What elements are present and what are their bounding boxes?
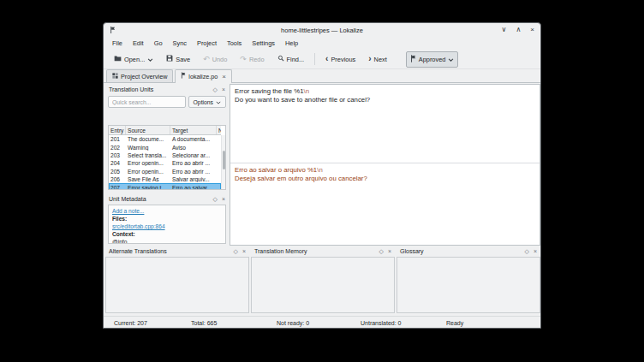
float-panel-icon[interactable]: ◇ xyxy=(213,86,218,92)
statusbar: Current: 207 Total: 665 Not ready: 0 Unt… xyxy=(104,316,540,329)
table-header: Entry ∧ Source Target N xyxy=(109,126,221,135)
chevron-right-icon: › xyxy=(368,56,371,62)
status-ready-badge: Ready xyxy=(446,320,463,326)
context-label: Context: xyxy=(112,231,135,237)
files-label: Files: xyxy=(112,216,127,222)
table-row[interactable]: 206 Save File As Salvar arquiv... xyxy=(109,175,221,183)
quick-search-input[interactable] xyxy=(108,96,186,108)
translation-memory-panel: Translation Memory ◇ × xyxy=(251,246,395,315)
add-note-link[interactable]: Add a note... xyxy=(112,208,144,214)
table-row-selected[interactable]: 207 Error saving t... Erro ao salvar... xyxy=(109,183,221,190)
float-panel-icon[interactable]: ◇ xyxy=(525,248,529,254)
source-line1: Error saving the file %1 xyxy=(235,87,304,95)
unit-metadata-header: Unit Metadata ◇ × xyxy=(105,193,229,205)
alternate-translations-body xyxy=(105,257,249,313)
toolbar-separator xyxy=(314,53,315,65)
lokalize-window: home-littlestripes — Lokalize ∨ ∧ × File… xyxy=(103,22,541,329)
table-row[interactable]: 203 Select transla... Selecionar ar... xyxy=(109,151,221,159)
tab-close-icon[interactable]: × xyxy=(222,74,226,80)
translation-units-panel: Translation Units ◇ × Options xyxy=(105,84,229,192)
chevron-down-icon xyxy=(147,56,153,63)
status-total: Total: 665 xyxy=(191,320,217,326)
options-button[interactable]: Options xyxy=(188,96,226,108)
close-panel-icon[interactable]: × xyxy=(242,248,246,254)
chevron-left-icon: ‹ xyxy=(325,56,328,62)
titlebar[interactable]: home-littlestripes — Lokalize ∨ ∧ × xyxy=(104,23,540,37)
status-untranslated: Untranslated: 0 xyxy=(361,320,401,326)
find-button[interactable]: Find... xyxy=(273,51,309,67)
status-not-ready: Not ready: 0 xyxy=(277,320,309,326)
bottom-dock-row: Alternate Translations ◇ × Translation M… xyxy=(105,246,540,315)
glossary-panel: Glossary ◇ × xyxy=(397,246,540,315)
translation-units-table: Entry ∧ Source Target N 201 The docume..… xyxy=(108,125,226,190)
target-text-editor[interactable]: Erro ao salvar o arquivo %1\n Deseja sal… xyxy=(230,163,540,186)
float-panel-icon[interactable]: ◇ xyxy=(234,248,238,254)
close-button[interactable]: × xyxy=(530,27,534,33)
table-row[interactable]: 201 The docume... A documenta... xyxy=(109,135,221,143)
menu-sync[interactable]: Sync xyxy=(168,38,192,49)
close-panel-icon[interactable]: × xyxy=(222,196,225,202)
maximize-button[interactable]: ∧ xyxy=(516,27,521,33)
newline-marker: \n xyxy=(317,166,323,174)
menu-project[interactable]: Project xyxy=(192,38,222,49)
target-line1: Erro ao salvar o arquivo %1 xyxy=(235,166,317,174)
previous-button[interactable]: ‹ Previous xyxy=(321,52,360,67)
table-row[interactable]: 202 Warning Aviso xyxy=(109,143,221,151)
close-panel-icon[interactable]: × xyxy=(222,86,225,92)
translation-memory-body xyxy=(251,257,395,313)
column-header-target[interactable]: Target xyxy=(170,126,217,134)
float-panel-icon[interactable]: ◇ xyxy=(213,196,218,202)
source-line2: Do you want to save to another file or c… xyxy=(235,96,370,104)
menubar: File Edit Go Sync Project Tools Settings… xyxy=(104,37,540,50)
main-content: Translation Units ◇ × Options xyxy=(104,84,541,246)
folder-open-icon xyxy=(114,55,122,63)
tab-project-overview[interactable]: Project Overview xyxy=(106,69,173,82)
redo-button[interactable]: ↷ Redo xyxy=(236,52,268,67)
next-button[interactable]: › Next xyxy=(364,52,391,67)
menu-settings[interactable]: Settings xyxy=(247,38,280,49)
menu-file[interactable]: File xyxy=(107,38,128,49)
save-button[interactable]: Save xyxy=(162,51,194,67)
translation-units-header: Translation Units ◇ × xyxy=(105,84,229,95)
unit-metadata-panel: Unit Metadata ◇ × Add a note... Files: s… xyxy=(105,193,229,246)
approved-button[interactable]: Approved xyxy=(406,51,459,68)
column-header-notes[interactable]: N xyxy=(217,126,221,134)
open-button[interactable]: Open... xyxy=(110,51,158,67)
minimize-button[interactable]: ∨ xyxy=(502,27,507,33)
menu-tools[interactable]: Tools xyxy=(222,38,247,49)
close-panel-icon[interactable]: × xyxy=(388,248,391,254)
alternate-translations-panel: Alternate Translations ◇ × xyxy=(105,246,249,315)
status-current: Current: 207 xyxy=(114,320,147,326)
tabbar: Project Overview lokalize.po × xyxy=(104,69,540,83)
target-line2: Deseja salvar em outro arquivo ou cancel… xyxy=(235,175,367,182)
close-panel-icon[interactable]: × xyxy=(534,248,537,254)
undo-button[interactable]: ↶ Undo xyxy=(199,52,231,67)
left-dock-column: Translation Units ◇ × Options xyxy=(105,84,229,246)
save-icon xyxy=(166,55,173,63)
table-row[interactable]: 205 Error openin... Erro ao abrir ... xyxy=(109,168,221,175)
table-row[interactable]: 204 Error openin... Erro ao abrir ... xyxy=(109,159,221,167)
window-title: home-littlestripes — Lokalize xyxy=(104,27,540,34)
column-header-entry[interactable]: Entry ∧ xyxy=(109,126,126,134)
float-panel-icon[interactable]: ◇ xyxy=(379,248,384,254)
scrollbar-thumb[interactable] xyxy=(223,151,225,169)
menu-help[interactable]: Help xyxy=(280,38,303,49)
menu-edit[interactable]: Edit xyxy=(128,38,149,49)
glossary-body xyxy=(397,257,540,313)
app-icon xyxy=(110,27,116,33)
context-value: @info xyxy=(112,239,127,244)
source-text-view[interactable]: Error saving the file %1\n Do you want t… xyxy=(230,85,540,163)
redo-icon: ↷ xyxy=(240,56,247,62)
toolbar: Open... Save ↶ Undo ↷ Redo Find... ‹ xyxy=(104,50,540,69)
table-scrollbar[interactable] xyxy=(221,135,225,189)
menu-go[interactable]: Go xyxy=(149,38,168,49)
chevron-down-icon xyxy=(448,56,454,63)
unit-metadata-body: Add a note... Files: src/editortab.cpp:8… xyxy=(108,205,226,244)
newline-marker: \n xyxy=(304,87,310,95)
undo-icon: ↶ xyxy=(203,56,210,62)
flag-icon xyxy=(181,72,186,80)
file-location-link[interactable]: src/editortab.cpp:864 xyxy=(112,223,165,229)
tab-lokalize-po[interactable]: lokalize.po × xyxy=(175,69,232,82)
column-header-source[interactable]: Source xyxy=(126,126,170,134)
translation-editor: Error saving the file %1\n Do you want t… xyxy=(230,84,540,246)
